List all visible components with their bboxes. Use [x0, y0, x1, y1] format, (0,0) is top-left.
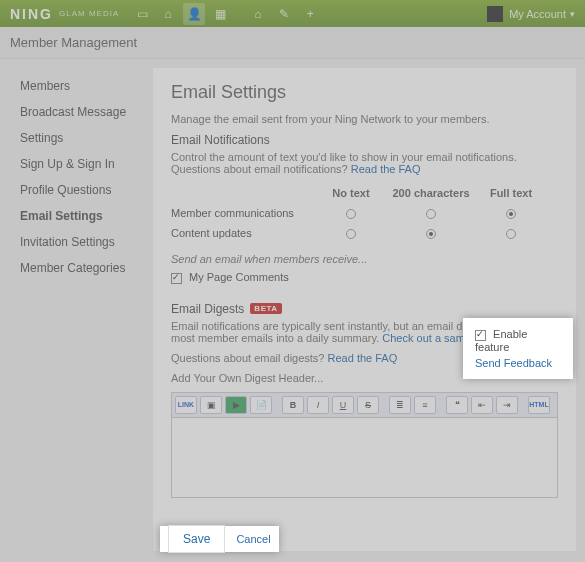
- tb-file-button[interactable]: 📄: [250, 396, 272, 414]
- editor-toolbar: LINK ▣ ▶ 📄 B I U S ≣ ≡ ❝ ⇤ ⇥ HTML: [171, 392, 558, 418]
- tb-html-button[interactable]: HTML: [528, 396, 550, 414]
- topbar: NING GLAM MEDIA ▭ ⌂ 👤 ▦ ⌂ ✎ + My Account…: [0, 0, 585, 27]
- sidebar-item-members[interactable]: Members: [16, 73, 152, 99]
- sidebar-item-broadcast[interactable]: Broadcast Message: [16, 99, 152, 125]
- digests-faq-link[interactable]: Read the FAQ: [328, 352, 398, 364]
- notifications-table: No text 200 characters Full text Member …: [171, 183, 558, 243]
- tb-ul-button[interactable]: ≣: [389, 396, 411, 414]
- radio-member-200[interactable]: [426, 209, 436, 219]
- row-label-content-updates: Content updates: [171, 227, 311, 239]
- notifications-faq-link[interactable]: Read the FAQ: [351, 163, 421, 175]
- radio-content-200[interactable]: [426, 229, 436, 239]
- checkbox-row: My Page Comments: [171, 271, 558, 284]
- notifications-desc: Control the amount of text you'd like to…: [171, 151, 558, 175]
- tb-strike-button[interactable]: S: [357, 396, 379, 414]
- tb-link-button[interactable]: LINK: [175, 396, 197, 414]
- tb-image-button[interactable]: ▣: [200, 396, 222, 414]
- tb-quote-button[interactable]: ❝: [446, 396, 468, 414]
- enable-feature-checkbox[interactable]: [475, 330, 486, 341]
- send-feedback-link[interactable]: Send Feedback: [475, 357, 561, 369]
- chevron-down-icon: ▾: [570, 9, 575, 19]
- sidebar-item-settings[interactable]: Settings: [16, 125, 152, 151]
- sidebar-item-email-settings[interactable]: Email Settings: [16, 203, 152, 229]
- settings-title: Email Settings: [171, 82, 558, 103]
- grid-icon[interactable]: ▦: [209, 3, 231, 25]
- screen-icon[interactable]: ▭: [131, 3, 153, 25]
- radio-member-full[interactable]: [506, 209, 516, 219]
- tb-ol-button[interactable]: ≡: [414, 396, 436, 414]
- account-menu[interactable]: My Account ▾: [487, 6, 575, 22]
- checkbox-my-page-comments[interactable]: [171, 273, 182, 284]
- when-receive-label: Send an email when members receive...: [171, 253, 558, 265]
- tb-outdent-button[interactable]: ⇤: [471, 396, 493, 414]
- plus-icon[interactable]: +: [299, 3, 321, 25]
- sidebar-item-signup[interactable]: Sign Up & Sign In: [16, 151, 152, 177]
- page-title: Member Management: [10, 35, 137, 50]
- sidebar-item-member-categories[interactable]: Member Categories: [16, 255, 152, 281]
- radio-member-notext[interactable]: [346, 209, 356, 219]
- row-label-member-comm: Member communications: [171, 207, 311, 219]
- breadcrumb: Member Management: [0, 27, 585, 59]
- tb-bold-button[interactable]: B: [282, 396, 304, 414]
- avatar: [487, 6, 503, 22]
- col-200-chars: 200 characters: [391, 187, 471, 199]
- sidebar-item-profile-questions[interactable]: Profile Questions: [16, 177, 152, 203]
- beta-badge: BETA: [250, 303, 281, 314]
- col-no-text: No text: [311, 187, 391, 199]
- sidebar: Members Broadcast Message Settings Sign …: [0, 59, 152, 560]
- brand-logo: NING: [10, 6, 53, 22]
- tb-indent-button[interactable]: ⇥: [496, 396, 518, 414]
- account-label: My Account: [509, 8, 566, 20]
- digests-heading: Email Digests: [171, 302, 244, 316]
- radio-content-full[interactable]: [506, 229, 516, 239]
- brand-subtitle: GLAM MEDIA: [59, 9, 119, 18]
- table-row: Member communications: [171, 203, 558, 223]
- editor-textarea[interactable]: [171, 418, 558, 498]
- notifications-heading: Email Notifications: [171, 133, 558, 147]
- tb-underline-button[interactable]: U: [332, 396, 354, 414]
- settings-intro: Manage the email sent from your Ning Net…: [171, 113, 558, 125]
- col-full-text: Full text: [471, 187, 551, 199]
- cancel-link[interactable]: Cancel: [236, 533, 270, 545]
- user-icon[interactable]: 👤: [183, 3, 205, 25]
- table-row: Content updates: [171, 223, 558, 243]
- save-button[interactable]: Save: [168, 525, 225, 553]
- tb-italic-button[interactable]: I: [307, 396, 329, 414]
- sidebar-item-invitation-settings[interactable]: Invitation Settings: [16, 229, 152, 255]
- project-icon[interactable]: ⌂: [157, 3, 179, 25]
- main-panel: Email Settings Manage the email sent fro…: [152, 67, 577, 552]
- wrench-icon[interactable]: ✎: [273, 3, 295, 25]
- checkbox-label: My Page Comments: [189, 271, 289, 283]
- enable-feature-row: Enable feature: [475, 328, 561, 353]
- home-icon[interactable]: ⌂: [247, 3, 269, 25]
- radio-content-notext[interactable]: [346, 229, 356, 239]
- save-callout: Save Cancel: [160, 526, 279, 552]
- tb-media-button[interactable]: ▶: [225, 396, 247, 414]
- feature-callout: Enable feature Send Feedback: [463, 318, 573, 379]
